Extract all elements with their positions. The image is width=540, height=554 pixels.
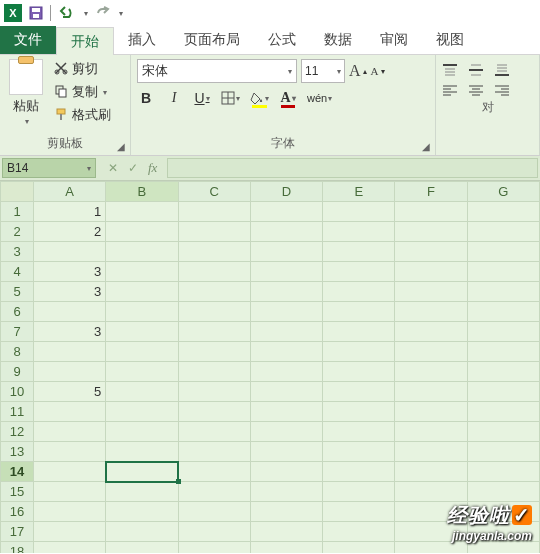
cell[interactable]	[467, 482, 539, 502]
cell[interactable]	[250, 302, 322, 322]
cell[interactable]	[323, 462, 395, 482]
cell[interactable]	[467, 222, 539, 242]
cell[interactable]	[178, 422, 250, 442]
cell[interactable]	[467, 382, 539, 402]
cell[interactable]	[250, 522, 322, 542]
cell[interactable]	[395, 262, 467, 282]
cell[interactable]	[178, 282, 250, 302]
cell[interactable]	[178, 262, 250, 282]
cell[interactable]	[323, 482, 395, 502]
cell[interactable]	[250, 422, 322, 442]
cell[interactable]	[178, 242, 250, 262]
align-top-button[interactable]	[442, 63, 458, 77]
cell[interactable]: 1	[34, 202, 106, 222]
cell[interactable]	[34, 342, 106, 362]
row-header[interactable]: 3	[1, 242, 34, 262]
column-header[interactable]: B	[106, 182, 178, 202]
align-left-button[interactable]	[442, 83, 458, 97]
font-size-combo[interactable]: 11 ▾	[301, 59, 345, 83]
cell[interactable]: 5	[34, 382, 106, 402]
cell[interactable]	[395, 302, 467, 322]
cell[interactable]	[178, 442, 250, 462]
cell[interactable]	[34, 302, 106, 322]
row-header[interactable]: 7	[1, 322, 34, 342]
cell[interactable]	[178, 362, 250, 382]
cell[interactable]	[178, 482, 250, 502]
phonetic-guide-button[interactable]: wén▾	[307, 88, 332, 108]
row-header[interactable]: 5	[1, 282, 34, 302]
cell[interactable]	[250, 222, 322, 242]
cell[interactable]	[250, 262, 322, 282]
cell[interactable]	[250, 362, 322, 382]
cut-button[interactable]: 剪切	[52, 59, 113, 79]
cell[interactable]	[178, 502, 250, 522]
undo-icon[interactable]	[57, 6, 77, 20]
cell[interactable]	[395, 242, 467, 262]
column-header[interactable]: A	[34, 182, 106, 202]
insert-function-icon[interactable]: fx	[148, 160, 157, 176]
cell[interactable]	[34, 542, 106, 554]
cell[interactable]	[323, 222, 395, 242]
cell[interactable]	[250, 202, 322, 222]
cell[interactable]	[395, 202, 467, 222]
cell[interactable]	[467, 262, 539, 282]
select-all-corner[interactable]	[1, 182, 34, 202]
row-header[interactable]: 13	[1, 442, 34, 462]
undo-dropdown-icon[interactable]: ▾	[84, 9, 88, 18]
redo-icon[interactable]	[94, 6, 112, 20]
cell[interactable]	[467, 282, 539, 302]
cell[interactable]	[395, 442, 467, 462]
cell[interactable]	[395, 322, 467, 342]
row-header[interactable]: 17	[1, 522, 34, 542]
cell[interactable]	[467, 462, 539, 482]
cell[interactable]	[178, 542, 250, 554]
cell[interactable]	[250, 482, 322, 502]
cell[interactable]	[467, 242, 539, 262]
column-header[interactable]: F	[395, 182, 467, 202]
row-header[interactable]: 6	[1, 302, 34, 322]
column-header[interactable]: E	[323, 182, 395, 202]
tab-formulas[interactable]: 公式	[254, 26, 310, 54]
cell[interactable]	[106, 402, 178, 422]
italic-button[interactable]: I	[165, 88, 183, 108]
cell[interactable]	[106, 382, 178, 402]
cell[interactable]	[250, 462, 322, 482]
cell[interactable]	[34, 502, 106, 522]
row-header[interactable]: 14	[1, 462, 34, 482]
cell[interactable]	[395, 222, 467, 242]
cell[interactable]	[106, 342, 178, 362]
cell[interactable]	[250, 242, 322, 262]
row-header[interactable]: 12	[1, 422, 34, 442]
cell[interactable]	[395, 482, 467, 502]
cell[interactable]	[323, 322, 395, 342]
cell[interactable]	[106, 262, 178, 282]
cell[interactable]	[178, 522, 250, 542]
cell[interactable]	[106, 322, 178, 342]
row-header[interactable]: 2	[1, 222, 34, 242]
cell[interactable]	[323, 442, 395, 462]
cell[interactable]	[34, 482, 106, 502]
cell[interactable]	[395, 362, 467, 382]
tab-review[interactable]: 审阅	[366, 26, 422, 54]
row-header[interactable]: 8	[1, 342, 34, 362]
tab-file[interactable]: 文件	[0, 26, 56, 54]
cell[interactable]	[467, 362, 539, 382]
cell[interactable]	[250, 402, 322, 422]
row-header[interactable]: 11	[1, 402, 34, 422]
cell[interactable]	[106, 422, 178, 442]
cell[interactable]	[395, 282, 467, 302]
cell[interactable]	[323, 342, 395, 362]
tab-home[interactable]: 开始	[56, 27, 114, 55]
cell[interactable]	[323, 362, 395, 382]
fill-color-button[interactable]: ▾	[250, 88, 269, 108]
cell[interactable]	[323, 542, 395, 554]
grow-font-button[interactable]: A▴	[349, 62, 367, 80]
cell[interactable]	[467, 322, 539, 342]
align-middle-button[interactable]	[468, 63, 484, 77]
row-header[interactable]: 18	[1, 542, 34, 554]
cell[interactable]	[178, 302, 250, 322]
column-header[interactable]: D	[250, 182, 322, 202]
cell[interactable]	[178, 342, 250, 362]
accept-formula-icon[interactable]: ✓	[128, 161, 138, 175]
row-header[interactable]: 15	[1, 482, 34, 502]
